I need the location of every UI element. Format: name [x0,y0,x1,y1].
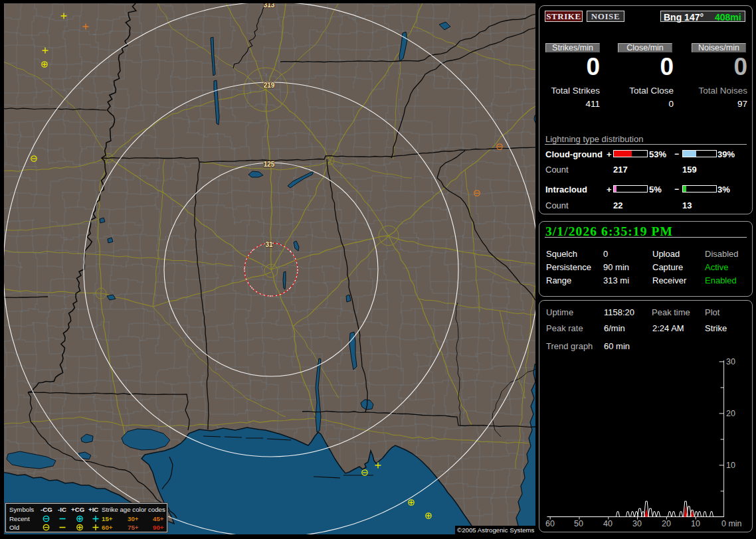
svg-text:-CG: -CG [41,506,52,513]
svg-text:Recent: Recent [9,515,30,522]
svg-text:Symbols: Symbols [9,506,34,513]
svg-text:90+: 90+ [153,524,164,531]
svg-text:45+: 45+ [153,515,164,522]
svg-text:219: 219 [264,82,275,89]
svg-text:30+: 30+ [128,515,139,522]
svg-text:-IC: -IC [58,506,66,513]
svg-text:60+: 60+ [102,524,113,531]
svg-text:313: 313 [264,3,275,9]
svg-text:+IC: +IC [88,506,98,513]
svg-text:+CG: +CG [71,506,84,513]
svg-text:Strike age color codes: Strike age color codes [102,506,165,513]
svg-text:75+: 75+ [128,524,139,531]
svg-text:125: 125 [264,161,275,168]
svg-text:31: 31 [265,241,273,248]
svg-text:Old: Old [9,524,19,531]
svg-text:15+: 15+ [102,515,113,522]
